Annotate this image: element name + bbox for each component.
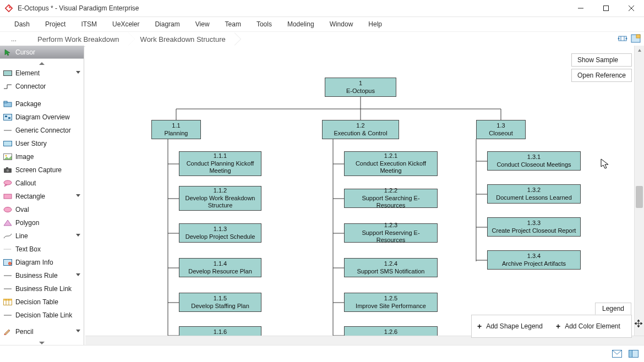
tool-rectangle[interactable]: Rectangle (0, 190, 84, 203)
tool-element[interactable]: Element (0, 67, 84, 80)
tool-polygon[interactable]: Polygon (0, 216, 84, 229)
tool-package[interactable]: Package (0, 97, 84, 111)
camera-icon (3, 167, 12, 173)
tool-label: Diagram Overview (15, 113, 70, 121)
svg-rect-20 (8, 117, 10, 119)
wbs-node-1-1-1[interactable]: 1.1.1 Conduct Planning Kickoff Meeting (179, 151, 261, 176)
tool-cursor[interactable]: Cursor (0, 46, 84, 59)
svg-point-31 (4, 207, 12, 212)
plus-icon: + (556, 322, 560, 331)
wbs-num: 1.2 (356, 122, 364, 130)
menu-help[interactable]: Help (361, 18, 390, 30)
wbs-node-1-3[interactable]: 1.3 Closeout (476, 120, 526, 139)
window-minimize-button[interactable] (568, 0, 593, 17)
wbs-node-1-1-2[interactable]: 1.1.2 Develop Work Breakdown Structure (179, 186, 261, 211)
wbs-node-1-1[interactable]: 1.1 Planning (151, 120, 201, 139)
menu-view[interactable]: View (188, 18, 217, 30)
wbs-node-1-3-1[interactable]: 1.3.1 Conduct Closeout Meetings (487, 151, 581, 171)
svg-rect-18 (4, 114, 12, 120)
wbs-node-1-2-2[interactable]: 1.2.2 Support Searching E-Resources (344, 189, 438, 208)
tool-oval[interactable]: Oval (0, 203, 84, 216)
tool-diagram-overview[interactable]: Diagram Overview (0, 111, 84, 124)
tool-decision-table[interactable]: Decision Table (0, 295, 84, 309)
tool-connector[interactable]: Connector (0, 80, 84, 93)
open-reference-button[interactable]: Open Reference (571, 69, 632, 82)
svg-point-24 (6, 155, 7, 156)
menu-modeling[interactable]: Modeling (280, 18, 322, 30)
pan-handle-icon[interactable] (634, 319, 643, 328)
wbs-node-root[interactable]: 1 E-Octopus (325, 78, 396, 97)
tool-business-rule-link[interactable]: Business Rule Link (0, 282, 84, 295)
wbs-node-1-3-2[interactable]: 1.3.2 Document Lessons Learned (487, 184, 581, 204)
wbs-name: Develop Staffing Plan (191, 303, 249, 310)
breadcrumb-item-1[interactable]: Perform Work Breakdown (25, 32, 128, 46)
wbs-node-1-2-5[interactable]: 1.2.5 Improve Site Performance (344, 293, 438, 312)
show-sample-button[interactable]: Show Sample (571, 53, 632, 67)
menu-itsm[interactable]: ITSM (73, 18, 105, 30)
legend-add-color[interactable]: + Add Color Element (556, 322, 620, 331)
menu-diagram[interactable]: Diagram (147, 18, 187, 30)
tool-screen-capture[interactable]: Screen Capture (0, 163, 84, 177)
menu-team[interactable]: Team (217, 18, 249, 30)
wbs-num: 1.2.2 (384, 187, 397, 195)
tool-generic-connector[interactable]: Generic Connector (0, 124, 84, 137)
wbs-node-1-3-4[interactable]: 1.3.4 Archive Project Artifacts (487, 250, 581, 270)
wbs-node-1-2-4[interactable]: 1.2.4 Support SMS Notification (344, 258, 438, 277)
callout-icon (3, 180, 12, 187)
wbs-node-1-2[interactable]: 1.2 Execution & Control (322, 120, 399, 139)
scroll-thumb[interactable] (636, 186, 643, 208)
toolbar-panel-icon[interactable] (631, 34, 641, 43)
tool-label: Cursor (15, 48, 35, 56)
toolbar-layout-icon[interactable] (618, 34, 627, 43)
tool-callout[interactable]: Callout (0, 177, 84, 190)
tool-user-story[interactable]: User Story (0, 137, 84, 150)
wbs-num: 1.2.4 (384, 260, 397, 268)
svg-marker-77 (635, 322, 636, 325)
tool-pencil[interactable]: Pencil (0, 325, 84, 338)
wbs-node-1-3-3[interactable]: 1.3.3 Create Project Closeout Report (487, 217, 581, 237)
wbs-node-1-1-3[interactable]: 1.1.3 Develop Project Schedule (179, 223, 261, 243)
window-close-button[interactable] (619, 0, 644, 17)
tool-image[interactable]: Image (0, 150, 84, 163)
wbs-name: Develop Project Schedule (185, 233, 255, 241)
svg-marker-14 (5, 50, 10, 56)
vertical-scrollbar[interactable] (634, 46, 644, 345)
tool-label: Business Rule (15, 272, 58, 279)
tool-business-rule[interactable]: Business Rule (0, 269, 84, 282)
wbs-name: Improve Site Performance (356, 303, 426, 310)
wbs-node-1-2-1[interactable]: 1.2.1 Conduct Execution Kickoff Meeting (344, 151, 438, 176)
tool-text-box[interactable]: Text Box (0, 243, 84, 256)
tool-decision-table-link[interactable]: Decision Table Link (0, 309, 84, 322)
wbs-name: Conduct Execution Kickoff Meeting (348, 160, 434, 175)
window-maximize-button[interactable] (593, 0, 619, 17)
legend-panel: Legend + Add Shape Legend + Add Color El… (471, 315, 632, 338)
menu-tools[interactable]: Tools (249, 18, 280, 30)
tool-label: Generic Connector (15, 127, 71, 134)
wbs-node-1-1-4[interactable]: 1.1.4 Develop Resource Plan (179, 258, 261, 277)
menu-window[interactable]: Window (322, 18, 361, 30)
legend-add-shape[interactable]: + Add Shape Legend (477, 322, 543, 331)
wbs-num: 1.3.3 (527, 220, 541, 227)
wbs-name: Develop Resource Plan (188, 268, 252, 276)
oval-icon (3, 206, 12, 213)
tool-diagram-info[interactable]: i Diagram Info (0, 256, 84, 269)
mouse-cursor-icon (601, 158, 609, 169)
legend-tab[interactable]: Legend (595, 303, 631, 315)
palette-collapse-up[interactable] (0, 59, 84, 67)
menu-uexceler[interactable]: UeXceler (105, 18, 147, 30)
breadcrumb-more[interactable]: ... (2, 34, 25, 45)
mail-icon[interactable] (612, 350, 622, 358)
diagram-canvas[interactable]: Show Sample Open Reference (85, 46, 644, 345)
menu-dash[interactable]: Dash (7, 18, 37, 30)
wbs-node-1-2-3[interactable]: 1.2.3 Support Reserving E-Resources (344, 223, 438, 243)
tool-palette: Cursor Element Connector Package Diagram… (0, 46, 84, 345)
scroll-up-icon[interactable] (635, 46, 644, 55)
wbs-node-1-1-5[interactable]: 1.1.5 Develop Staffing Plan (179, 293, 261, 312)
breadcrumb-item-2[interactable]: Work Breakdown Structure (128, 32, 234, 46)
rectangle-icon (3, 193, 12, 200)
tool-line[interactable]: Line (0, 229, 84, 243)
tool-label: Line (15, 232, 28, 240)
menu-project[interactable]: Project (37, 18, 73, 30)
window-layout-icon[interactable] (629, 350, 638, 358)
line-icon (3, 233, 12, 239)
